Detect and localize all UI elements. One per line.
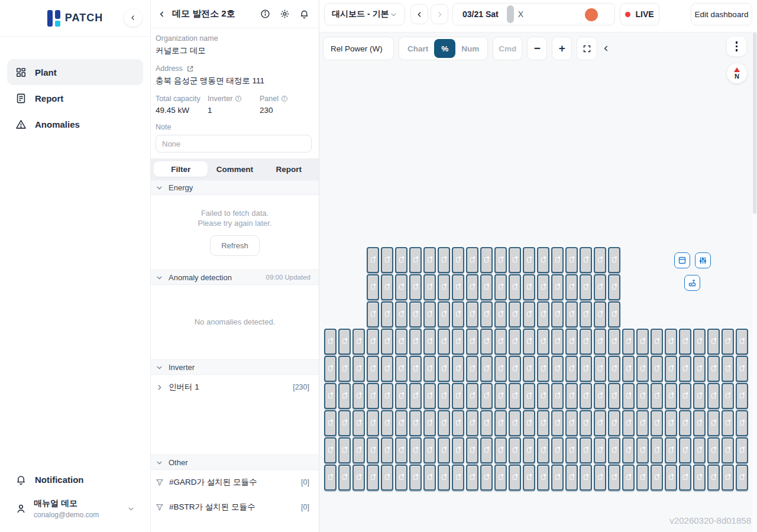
solar-panel[interactable] <box>594 410 606 436</box>
solar-panel[interactable] <box>565 329 578 355</box>
solar-panel[interactable] <box>537 410 549 436</box>
solar-panel[interactable] <box>523 301 535 327</box>
solar-panel[interactable] <box>338 383 351 409</box>
solar-panel[interactable] <box>537 301 549 327</box>
solar-panel[interactable] <box>693 410 706 436</box>
inverter-item[interactable]: 인버터 1 [230] <box>151 375 319 400</box>
solar-panel[interactable] <box>352 356 365 382</box>
solar-panel[interactable] <box>565 274 578 300</box>
solar-panel[interactable] <box>523 356 535 382</box>
solar-panel[interactable] <box>608 356 620 382</box>
solar-panel[interactable] <box>679 437 691 463</box>
solar-panel[interactable] <box>509 274 521 300</box>
info-button[interactable] <box>260 9 270 19</box>
sidebar-collapse-button[interactable] <box>124 9 142 27</box>
solar-panel[interactable] <box>381 383 393 409</box>
solar-panel[interactable] <box>608 383 620 409</box>
solar-panel[interactable] <box>580 356 592 382</box>
equipment-window-button[interactable] <box>674 252 690 268</box>
solar-panel[interactable] <box>409 274 422 300</box>
user-menu[interactable]: 매뉴얼 데모 conalog@demo.com <box>9 491 141 519</box>
solar-panel[interactable] <box>395 329 407 355</box>
solar-panel[interactable] <box>636 383 649 409</box>
solar-panel[interactable] <box>466 329 478 355</box>
solar-panel[interactable] <box>395 410 407 436</box>
solar-panel[interactable] <box>679 329 691 355</box>
solar-panel[interactable] <box>622 437 635 463</box>
solar-panel[interactable] <box>580 329 592 355</box>
solar-panel[interactable] <box>367 329 379 355</box>
solar-panel[interactable] <box>367 465 379 491</box>
inverter-section-header[interactable]: Inverter <box>151 359 319 375</box>
solar-panel[interactable] <box>324 465 337 491</box>
solar-panel[interactable] <box>367 410 379 436</box>
solar-panel[interactable] <box>551 383 564 409</box>
solar-panel[interactable] <box>636 410 649 436</box>
solar-panel[interactable] <box>594 247 606 273</box>
solar-panel[interactable] <box>466 301 478 327</box>
solar-panel[interactable] <box>722 437 734 463</box>
solar-panel[interactable] <box>509 465 521 491</box>
solar-panel[interactable] <box>580 410 592 436</box>
solar-panel[interactable] <box>395 356 407 382</box>
solar-panel[interactable] <box>551 301 564 327</box>
solar-panel[interactable] <box>693 383 706 409</box>
info-icon[interactable] <box>281 95 288 102</box>
solar-panel[interactable] <box>580 274 592 300</box>
solar-panel[interactable] <box>509 410 521 436</box>
solar-panel[interactable] <box>409 356 422 382</box>
solar-panel[interactable] <box>736 437 748 463</box>
solar-panel[interactable] <box>707 410 720 436</box>
solar-panel[interactable] <box>381 437 393 463</box>
solar-panel[interactable] <box>324 410 337 436</box>
solar-panel[interactable] <box>423 437 436 463</box>
solar-panel[interactable] <box>608 410 620 436</box>
solar-panel[interactable] <box>509 356 521 382</box>
solar-panel[interactable] <box>580 247 592 273</box>
solar-panel[interactable] <box>551 274 564 300</box>
tab-filter[interactable]: Filter <box>154 161 208 177</box>
solar-panel[interactable] <box>523 329 535 355</box>
solar-panel[interactable] <box>651 356 663 382</box>
solar-panel[interactable] <box>523 410 535 436</box>
solar-panel[interactable] <box>452 329 464 355</box>
anomaly-section-header[interactable]: Anomaly detection 09:00 Updated <box>151 270 319 285</box>
solar-panel[interactable] <box>594 274 606 300</box>
solar-panel[interactable] <box>665 410 677 436</box>
solar-panel[interactable] <box>622 329 635 355</box>
solar-panel[interactable] <box>466 274 478 300</box>
solar-panel[interactable] <box>580 437 592 463</box>
solar-panel[interactable] <box>338 410 351 436</box>
external-link-icon[interactable] <box>186 65 194 73</box>
solar-panel[interactable] <box>480 274 493 300</box>
solar-panel[interactable] <box>480 356 493 382</box>
solar-panel[interactable] <box>423 247 436 273</box>
solar-panel[interactable] <box>367 274 379 300</box>
solar-panel[interactable] <box>651 437 663 463</box>
solar-panel[interactable] <box>608 274 620 300</box>
solar-panel[interactable] <box>381 301 393 327</box>
solar-panel[interactable] <box>466 383 478 409</box>
solar-panel[interactable] <box>494 356 507 382</box>
solar-panel[interactable] <box>736 356 748 382</box>
solar-panel[interactable] <box>324 383 337 409</box>
solar-panel[interactable] <box>438 410 450 436</box>
solar-panel[interactable] <box>594 301 606 327</box>
solar-panel[interactable] <box>352 329 365 355</box>
energy-section-header[interactable]: Energy <box>151 180 319 195</box>
solar-panel[interactable] <box>608 465 620 491</box>
solar-panel[interactable] <box>722 465 734 491</box>
solar-panel[interactable] <box>665 465 677 491</box>
solar-panel[interactable] <box>452 274 464 300</box>
solar-panel[interactable] <box>480 301 493 327</box>
sidebar-item-plant[interactable]: Plant <box>7 59 143 85</box>
solar-panel[interactable] <box>494 410 507 436</box>
solar-panel[interactable] <box>409 437 422 463</box>
solar-panel[interactable] <box>679 356 691 382</box>
solar-panel[interactable] <box>636 465 649 491</box>
solar-panel[interactable] <box>651 465 663 491</box>
solar-panel[interactable] <box>537 274 549 300</box>
solar-panel[interactable] <box>580 383 592 409</box>
alerts-button[interactable] <box>299 9 309 19</box>
info-icon[interactable] <box>235 95 242 102</box>
